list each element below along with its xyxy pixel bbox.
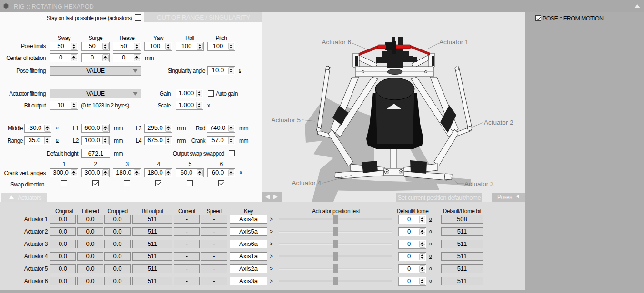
svg-text:Actuator 5: Actuator 5 xyxy=(271,117,301,124)
svg-text:Actuator 3: Actuator 3 xyxy=(464,180,494,187)
svg-text:Actuator 6: Actuator 6 xyxy=(322,39,351,46)
svg-text:Actuator 2: Actuator 2 xyxy=(484,119,513,126)
svg-text:Actuator 1: Actuator 1 xyxy=(439,39,469,46)
svg-text:Actuator 4: Actuator 4 xyxy=(292,179,321,186)
